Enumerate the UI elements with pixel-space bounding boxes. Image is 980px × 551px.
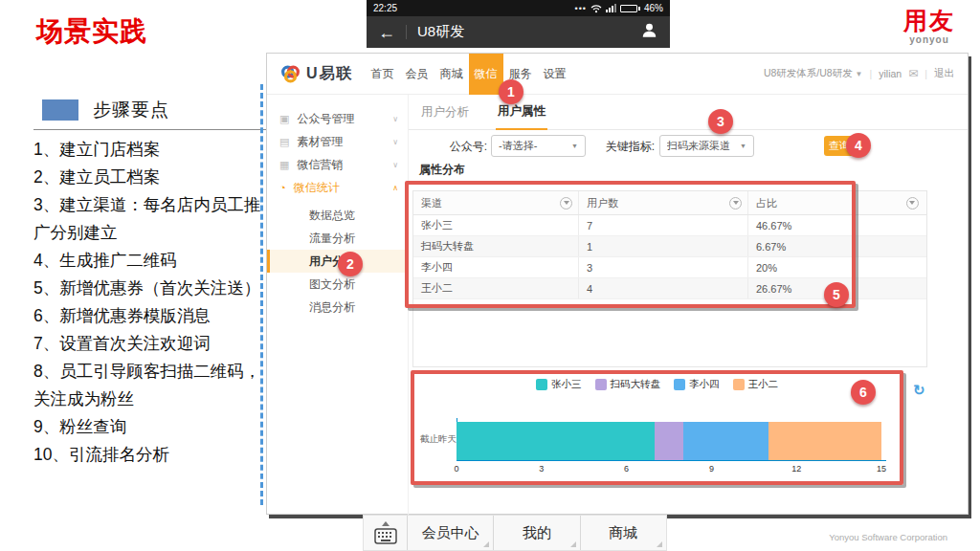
legend-item[interactable]: 李小四 bbox=[674, 378, 720, 391]
corner-fold-icon bbox=[657, 541, 662, 547]
legend-item[interactable]: 张小三 bbox=[536, 378, 582, 391]
metric-select-label: 关键指标: bbox=[577, 139, 655, 155]
annotation-badge-2: 2 bbox=[338, 252, 363, 276]
yonyou-logo-cn: 用友 bbox=[903, 8, 955, 34]
top-nav: 首页会员商城微信服务设置 bbox=[366, 54, 572, 95]
sidebar-item-3[interactable]: ▦微信营销∨ bbox=[267, 153, 408, 176]
cell-users: 7 bbox=[579, 215, 748, 235]
bar-segment[interactable] bbox=[683, 422, 768, 460]
profile-icon[interactable] bbox=[640, 21, 658, 43]
nav-item-4[interactable]: 微信 bbox=[469, 54, 503, 95]
cell-users: 4 bbox=[579, 278, 748, 298]
bottom-menu-item-2[interactable]: 我的 bbox=[493, 516, 579, 550]
chevron-up-icon: ∧ bbox=[392, 184, 398, 192]
table-row: 王小二426.67% bbox=[413, 278, 926, 299]
step-item: 2、建立员工档案 bbox=[33, 164, 275, 191]
refresh-icon[interactable]: ↻ bbox=[913, 382, 925, 399]
sidebar-item-label: 微信统计 bbox=[294, 180, 340, 196]
metric-select[interactable]: 扫码来源渠道▼ bbox=[659, 135, 754, 157]
legend-label: 李小四 bbox=[689, 378, 720, 391]
filter-icon[interactable] bbox=[729, 197, 742, 209]
step-item: 5、新增优惠券（首次关注送） bbox=[33, 275, 275, 302]
wifi-icon bbox=[590, 4, 602, 13]
sidebar-subitem-2[interactable]: 流量分析 bbox=[267, 227, 408, 250]
bar-segment[interactable] bbox=[457, 422, 655, 460]
cell-percent: 26.67% bbox=[748, 278, 898, 298]
cell-empty bbox=[898, 215, 926, 235]
bar-segment[interactable] bbox=[655, 422, 683, 460]
cell-channel: 扫码大转盘 bbox=[413, 236, 579, 256]
filter-icon[interactable] bbox=[560, 197, 572, 209]
phone-statusbar-area: 22:25 ••• 46% ← U8研发 bbox=[367, 0, 670, 48]
legend-label: 张小三 bbox=[551, 378, 582, 391]
step-item: 7、设置首次关注欢迎词 bbox=[33, 330, 275, 358]
legend-item[interactable]: 王小二 bbox=[733, 378, 779, 391]
nav-item-3[interactable]: 商城 bbox=[434, 54, 469, 95]
footer-note: Yonyou Software Corporation bbox=[829, 532, 947, 542]
chart-legend: 张小三扫码大转盘李小四王小二 bbox=[411, 378, 903, 391]
username[interactable]: yilian bbox=[879, 68, 902, 79]
nav-item-2[interactable]: 会员 bbox=[400, 54, 434, 95]
filter-icon[interactable] bbox=[906, 197, 919, 209]
legend-swatch bbox=[733, 379, 745, 390]
sidebar-subitem-4[interactable]: 图文分析 bbox=[267, 273, 408, 296]
nav-item-1[interactable]: 首页 bbox=[366, 54, 400, 95]
sidebar-item-1[interactable]: ▣公众号管理∨ bbox=[267, 107, 408, 130]
org-switcher[interactable]: U8研发体系/U8研发 ▼ bbox=[764, 67, 863, 80]
annotation-badge-1: 1 bbox=[499, 79, 523, 104]
x-tick-label: 12 bbox=[791, 464, 801, 474]
bottom-menu-item-1[interactable]: 会员中心 bbox=[407, 516, 493, 550]
steps-list: 1、建立门店档案2、建立员工档案3、建立渠道：每名店内员工推广分别建立4、生成推… bbox=[33, 136, 275, 469]
step-item: 1、建立门店档案 bbox=[33, 136, 275, 164]
column-header[interactable]: 渠道 bbox=[413, 191, 579, 214]
steps-heading: 步骤要点 bbox=[93, 98, 169, 122]
tab-2[interactable]: 用户属性 bbox=[496, 103, 547, 130]
legend-swatch bbox=[595, 379, 607, 390]
signal-icon bbox=[606, 4, 616, 12]
legend-item[interactable]: 扫码大转盘 bbox=[595, 378, 661, 391]
x-tick-label: 6 bbox=[624, 464, 629, 474]
sidebar-item-label: 素材管理 bbox=[297, 134, 343, 150]
annotation-badge-4: 4 bbox=[846, 133, 871, 158]
logout-link[interactable]: 退出 bbox=[934, 67, 954, 80]
x-tick-label: 0 bbox=[454, 464, 458, 474]
back-arrow-icon[interactable]: ← bbox=[378, 24, 395, 41]
battery-icon bbox=[620, 5, 640, 12]
corner-fold-icon bbox=[483, 541, 489, 547]
sidebar-subitem-1[interactable]: 数据总览 bbox=[267, 204, 408, 227]
column-header[interactable]: 占比 bbox=[748, 191, 898, 214]
bottom-menu-item-3[interactable]: 商城 bbox=[580, 516, 666, 550]
legend-swatch bbox=[536, 379, 547, 390]
column-header-label: 用户数 bbox=[587, 196, 729, 210]
mail-icon[interactable]: ✉ bbox=[908, 67, 918, 80]
sidebar-item-2[interactable]: ▤素材管理∨ bbox=[267, 130, 408, 153]
legend-label: 扫码大转盘 bbox=[611, 378, 661, 391]
x-axis-line bbox=[457, 460, 886, 461]
bar-segment[interactable] bbox=[768, 422, 881, 460]
chevron-down-icon: ▼ bbox=[740, 143, 746, 149]
sidebar-item-label: 公众号管理 bbox=[297, 111, 354, 127]
sidebar-subitem-5[interactable]: 消息分析 bbox=[267, 296, 408, 319]
sidebar-item-4[interactable]: ◔微信统计∧ bbox=[267, 176, 408, 199]
cell-empty bbox=[898, 236, 926, 256]
column-header[interactable] bbox=[898, 191, 926, 214]
annotation-badge-5: 5 bbox=[824, 282, 849, 307]
step-item: 8、员工引导顾客扫描二维码，关注成为粉丝 bbox=[33, 358, 275, 413]
cell-empty bbox=[898, 257, 926, 277]
nav-item-6[interactable]: 设置 bbox=[538, 54, 572, 95]
step-item: 3、建立渠道：每名店内员工推广分别建立 bbox=[33, 191, 275, 247]
channel-stacked-bar-chart: 张小三扫码大转盘李小四王小二 截止昨天 03691215 bbox=[411, 370, 903, 485]
section-title: 属性分布 bbox=[419, 162, 465, 178]
web-admin-window: U易联 首页会员商城微信服务设置 U8研发体系/U8研发 ▼ | yilian … bbox=[266, 53, 969, 515]
window-header: U易联 首页会员商城微信服务设置 U8研发体系/U8研发 ▼ | yilian … bbox=[267, 54, 968, 95]
tab-1[interactable]: 用户分析 bbox=[419, 104, 471, 129]
tab-bar: 用户分析用户属性 bbox=[409, 95, 968, 130]
step-item: 4、生成推广二维码 bbox=[33, 247, 275, 275]
account-select[interactable]: -请选择-▼ bbox=[491, 135, 586, 157]
sidebar: ▣公众号管理∨▤素材管理∨▦微信营销∨◔微信统计∧数据总览流量分析用户分析图文分… bbox=[267, 95, 409, 515]
annotation-badge-6: 6 bbox=[851, 380, 876, 405]
main-content: 用户分析用户属性 公众号: -请选择-▼ 关键指标: 扫码来源渠道▼ 查询 属性… bbox=[409, 95, 968, 515]
page-title: 场景实践 bbox=[36, 13, 147, 50]
column-header[interactable]: 用户数 bbox=[579, 191, 748, 214]
keyboard-toggle[interactable] bbox=[364, 516, 407, 550]
